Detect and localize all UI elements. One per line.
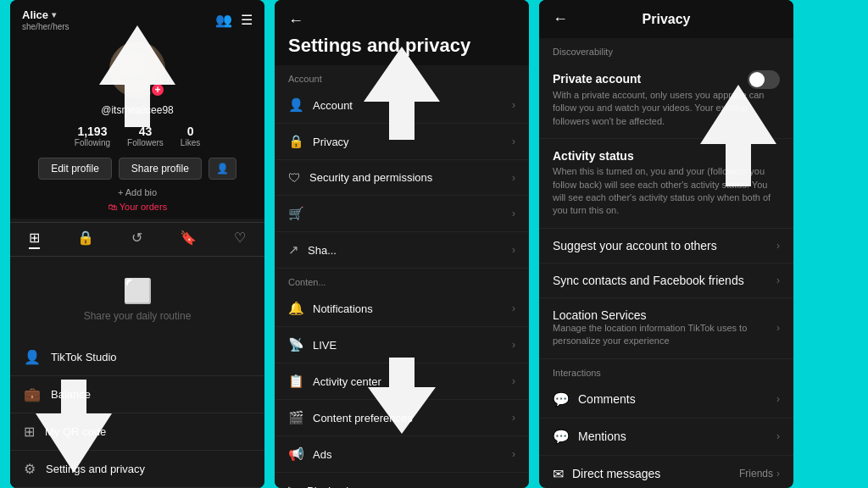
settings-ads-label: Ads bbox=[313, 448, 331, 461]
settings-item-notifications[interactable]: 🔔 Notifications › bbox=[275, 291, 529, 327]
suggest-account-item[interactable]: Suggest your account to others › bbox=[539, 229, 793, 263]
chevron-right-icon: › bbox=[776, 274, 780, 286]
chevron-right-icon: › bbox=[512, 244, 515, 256]
comments-icon: 💬 bbox=[553, 391, 570, 408]
security-icon: 🛡 bbox=[288, 170, 301, 185]
menu-icon[interactable]: ☰ bbox=[241, 12, 253, 28]
sync-contacts-title: Sync contacts and Facebook friends bbox=[553, 274, 744, 287]
settings-item-security[interactable]: 🛡 Security and permissions › bbox=[275, 160, 529, 196]
cart-icon: 🛒 bbox=[288, 206, 304, 221]
location-services-item[interactable]: Location Services Manage the location in… bbox=[539, 298, 793, 359]
username-label: Alice bbox=[22, 8, 48, 21]
dm-icon: ✉ bbox=[553, 466, 564, 482]
comments-item[interactable]: 💬 Comments › bbox=[539, 381, 793, 419]
share-profile-button[interactable]: Share profile bbox=[119, 158, 202, 180]
settings-header: ← Settings and privacy bbox=[275, 0, 529, 65]
chevron-right-icon: › bbox=[776, 322, 780, 334]
qr-code-icon: ⊞ bbox=[24, 424, 35, 440]
share-routine-label: Share your daily routine bbox=[84, 310, 192, 322]
username-row[interactable]: Alice ▾ she/her/hers bbox=[22, 8, 70, 31]
privacy-back-button[interactable]: ← bbox=[553, 10, 568, 28]
settings-content-prefs-label: Content preferences bbox=[313, 412, 413, 424]
privacy-lock-icon: 🔒 bbox=[288, 134, 304, 149]
suggest-account-title: Suggest your account to others bbox=[553, 239, 717, 252]
location-services-title: Location Services bbox=[553, 308, 776, 322]
settings-item-ads[interactable]: 📢 Ads › bbox=[275, 436, 529, 473]
comments-title: Comments bbox=[578, 392, 636, 406]
settings-item-playback[interactable]: ▶ Playback › bbox=[275, 473, 529, 488]
private-account-toggle[interactable] bbox=[748, 70, 780, 89]
chevron-right-icon: › bbox=[776, 393, 780, 405]
likes-count: 0 bbox=[181, 125, 200, 138]
chevron-right-icon: › bbox=[512, 99, 515, 111]
chevron-down-icon: ▾ bbox=[52, 10, 56, 19]
bookmark-tab-icon[interactable]: 🔖 bbox=[180, 230, 197, 249]
share-routine-section: ⬜ Share your daily routine bbox=[10, 260, 264, 339]
settings-item-shop[interactable]: 🛒 › bbox=[275, 196, 529, 232]
menu-item-label: Balance bbox=[51, 388, 91, 401]
settings-share-label: Sha... bbox=[308, 244, 337, 257]
private-account-title: Private account bbox=[553, 72, 641, 86]
account-section-label: Account bbox=[275, 65, 529, 87]
following-stat: 1,193 Following bbox=[75, 125, 110, 147]
menu-item-qr-code[interactable]: ⊞ My QR code bbox=[10, 413, 264, 451]
chevron-right-icon: › bbox=[512, 302, 515, 314]
notifications-icon: 🔔 bbox=[288, 301, 304, 316]
ads-icon: 📢 bbox=[288, 446, 304, 462]
settings-security-label: Security and permissions bbox=[309, 171, 432, 184]
settings-item-privacy[interactable]: 🔒 Privacy › bbox=[275, 124, 529, 160]
chevron-right-icon: › bbox=[776, 468, 780, 480]
content-section-label: Conten... bbox=[275, 269, 529, 291]
mentions-item[interactable]: 💬 Mentions › bbox=[539, 419, 793, 456]
menu-item-settings[interactable]: ⚙ Settings and privacy bbox=[10, 451, 264, 488]
chevron-right-icon: › bbox=[512, 339, 515, 351]
settings-title: Settings and privacy bbox=[288, 35, 515, 57]
edit-profile-button[interactable]: Edit profile bbox=[38, 158, 112, 180]
tiktok-studio-icon: 👤 bbox=[24, 349, 41, 365]
chevron-right-icon: › bbox=[512, 208, 515, 219]
playback-icon: ▶ bbox=[288, 483, 298, 488]
settings-item-live[interactable]: 📡 LIVE › bbox=[275, 327, 529, 363]
heart-tab-icon[interactable]: ♡ bbox=[234, 230, 246, 249]
chevron-right-icon: › bbox=[776, 240, 780, 252]
share-routine-icon: ⬜ bbox=[27, 277, 248, 305]
settings-item-share[interactable]: ↗ Sha... › bbox=[275, 232, 529, 269]
privacy-header: ← Privacy bbox=[539, 0, 793, 38]
dm-value: Friends bbox=[739, 468, 773, 480]
privacy-content: Discoverability Private account With a p… bbox=[539, 38, 793, 487]
sync-contacts-item[interactable]: Sync contacts and Facebook friends › bbox=[539, 263, 793, 298]
menu-list: 👤 TikTok Studio 💼 Balance ⊞ My QR code ⚙… bbox=[10, 339, 264, 488]
settings-item-account[interactable]: 👤 Account › bbox=[275, 87, 529, 124]
your-orders-label[interactable]: 🛍 Your orders bbox=[108, 202, 167, 212]
back-button[interactable]: ← bbox=[288, 12, 303, 29]
chevron-right-icon: › bbox=[512, 448, 515, 460]
account-icon: 👤 bbox=[288, 97, 304, 113]
direct-messages-item[interactable]: ✉ Direct messages Friends › bbox=[539, 456, 793, 487]
activity-status-desc: When this is turned on, you and your (fo… bbox=[553, 165, 780, 218]
settings-item-activity-center[interactable]: 📋 Activity center › bbox=[275, 363, 529, 400]
menu-item-balance[interactable]: 💼 Balance bbox=[10, 376, 264, 413]
menu-item-tiktok-studio[interactable]: 👤 TikTok Studio bbox=[10, 339, 264, 376]
add-user-button[interactable]: 👤 bbox=[209, 158, 236, 180]
settings-privacy-label: Privacy bbox=[313, 136, 349, 148]
add-bio-label[interactable]: + Add bio bbox=[118, 187, 157, 197]
location-services-desc: Manage the location information TikTok u… bbox=[553, 322, 776, 348]
likes-stat: 0 Likes bbox=[181, 125, 200, 147]
chevron-right-icon: › bbox=[512, 375, 515, 387]
lock-tab-icon[interactable]: 🔒 bbox=[77, 230, 94, 249]
grid-tab-icon[interactable]: ⊞ bbox=[29, 230, 40, 249]
settings-account-label: Account bbox=[313, 99, 353, 112]
mentions-icon: 💬 bbox=[553, 429, 570, 445]
activity-status-item: Activity status When this is turned on, … bbox=[539, 139, 793, 229]
settings-live-label: LIVE bbox=[313, 339, 337, 352]
balance-icon: 💼 bbox=[24, 386, 41, 402]
pronouns-label: she/her/hers bbox=[22, 22, 70, 31]
settings-notifications-label: Notifications bbox=[313, 302, 373, 315]
people-icon[interactable]: 👥 bbox=[215, 12, 232, 28]
repost-tab-icon[interactable]: ↺ bbox=[131, 230, 142, 249]
activity-center-icon: 📋 bbox=[288, 374, 304, 389]
avatar-add-button[interactable]: + bbox=[150, 82, 165, 97]
dm-title: Direct messages bbox=[572, 467, 660, 480]
menu-item-label: Settings and privacy bbox=[46, 463, 145, 475]
settings-item-content-prefs[interactable]: 🎬 Content preferences › bbox=[275, 400, 529, 436]
